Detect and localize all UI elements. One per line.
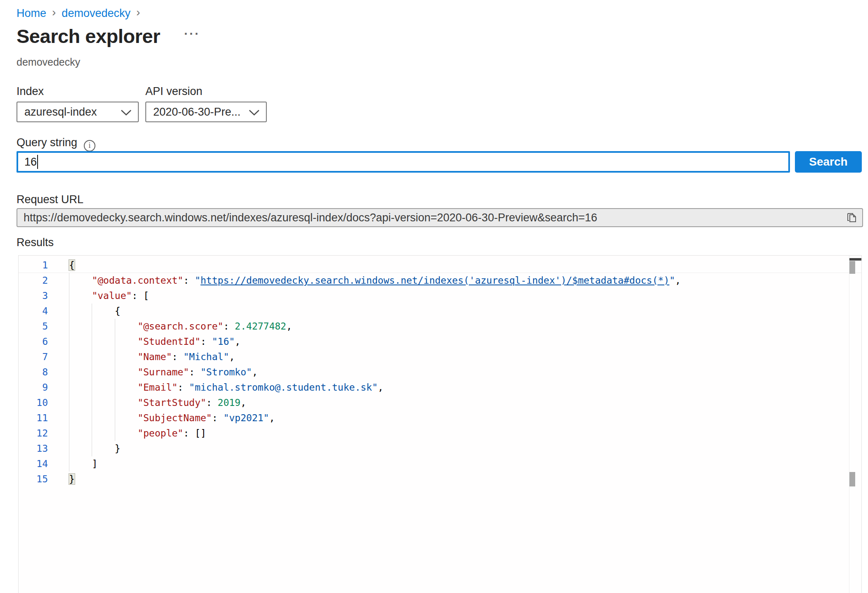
code-token — [69, 458, 92, 469]
code-token: "Email" — [138, 382, 178, 393]
chevron-down-icon — [121, 109, 132, 116]
code-text: "SubjectName": "vp2021", — [48, 410, 275, 426]
code-token: { — [115, 306, 121, 316]
code-token: "16" — [212, 336, 235, 347]
code-token: "michal.stromko@.student.tuke.sk" — [189, 382, 378, 393]
request-url-field[interactable]: https://demovedecky.search.windows.net/i… — [17, 208, 863, 227]
line-number: 2 — [19, 273, 48, 288]
query-string-label-text: Query string — [17, 136, 77, 149]
code-line[interactable]: 15} — [19, 472, 861, 487]
code-token: " — [669, 275, 675, 286]
code-text: "@search.score": 2.4277482, — [48, 319, 292, 334]
code-line[interactable]: 9 "Email": "michal.stromko@.student.tuke… — [19, 380, 861, 395]
code-token: "@search.score" — [138, 321, 223, 332]
code-token: : — [183, 275, 195, 286]
code-token: } — [69, 474, 75, 484]
query-string-input[interactable]: 16 — [17, 151, 790, 173]
code-text: "value": [ — [48, 288, 149, 304]
code-text: "StudentId": "16", — [48, 334, 240, 349]
code-line[interactable]: 7 "Name": "Michal", — [19, 349, 861, 365]
code-line[interactable]: 13 } — [19, 441, 861, 456]
code-line[interactable]: 3 "value": [ — [19, 288, 861, 304]
code-line[interactable]: 8 "Surname": "Stromko", — [19, 365, 861, 380]
code-line[interactable]: 14 ] — [19, 456, 861, 472]
code-token — [69, 321, 138, 332]
code-token: , — [252, 367, 258, 377]
code-line[interactable]: 5 "@search.score": 2.4277482, — [19, 319, 861, 334]
line-number: 15 — [19, 472, 48, 487]
code-text: { — [48, 258, 75, 273]
scrollbar-rail — [849, 256, 849, 593]
line-number: 6 — [19, 334, 48, 349]
code-text: } — [48, 441, 121, 456]
line-number: 12 — [19, 426, 48, 441]
code-line[interactable]: 11 "SubjectName": "vp2021", — [19, 410, 861, 426]
code-text: "Name": "Michal", — [48, 349, 235, 365]
line-number: 8 — [19, 365, 48, 380]
code-line[interactable]: 12 "people": [] — [19, 426, 861, 441]
page-title: Search explorer — [17, 25, 160, 47]
code-line[interactable]: 10 "StartStudy": 2019, — [19, 395, 861, 410]
overview-ruler-cursor-mark[interactable] — [849, 472, 855, 486]
breadcrumb-item-demovedecky[interactable]: demovedecky — [62, 7, 130, 20]
code-token: , — [229, 351, 235, 362]
code-line[interactable]: 2 "@odata.context": "https://demovedecky… — [19, 273, 861, 288]
code-token — [69, 443, 115, 454]
code-token — [69, 336, 138, 347]
api-version-dropdown[interactable]: 2020-06-30-Pre... — [145, 102, 267, 122]
code-token: : — [223, 321, 235, 332]
code-token: : — [172, 351, 183, 362]
code-text: "StartStudy": 2019, — [48, 395, 246, 410]
code-token: "Name" — [138, 351, 172, 362]
line-number: 10 — [19, 395, 48, 410]
code-token: ] — [92, 458, 97, 469]
more-options-button[interactable]: ··· — [184, 27, 200, 41]
request-url-label: Request URL — [17, 193, 83, 206]
copy-icon — [845, 211, 858, 224]
info-icon[interactable]: i — [84, 140, 95, 152]
query-string-value: 16 — [18, 156, 37, 168]
code-line[interactable]: 1{ — [19, 258, 861, 273]
index-dropdown-value: azuresql-index — [17, 102, 97, 121]
results-editor[interactable]: 1{2 "@odata.context": "https://demovedec… — [18, 255, 862, 593]
api-version-label: API version — [145, 85, 202, 98]
code-text: "@odata.context": "https://demovedecky.s… — [48, 273, 681, 288]
copy-button[interactable] — [845, 211, 858, 225]
line-number: 13 — [19, 441, 48, 456]
code-token: , — [269, 413, 275, 423]
line-number: 11 — [19, 410, 48, 426]
overview-ruler-mark — [849, 258, 861, 261]
results-editor-lines: 1{2 "@odata.context": "https://demovedec… — [19, 256, 861, 487]
code-token — [69, 413, 138, 423]
line-number: 1 — [19, 258, 48, 273]
code-token — [69, 428, 138, 439]
odata-context-link[interactable]: https://demovedecky.search.windows.net/i… — [201, 275, 669, 286]
code-token: "people" — [138, 428, 183, 439]
code-line[interactable]: 6 "StudentId": "16", — [19, 334, 861, 349]
code-token: 2.4277482 — [235, 321, 287, 332]
chevron-right-icon: › — [52, 6, 56, 19]
code-token — [69, 367, 138, 377]
code-token: "vp2021" — [223, 413, 269, 423]
vertical-scrollbar-thumb[interactable] — [849, 261, 855, 274]
page-subtitle: demovedecky — [17, 56, 80, 68]
code-token: : [] — [183, 428, 206, 439]
code-token — [69, 275, 92, 286]
breadcrumb-item-home[interactable]: Home — [17, 7, 46, 20]
chevron-down-icon — [249, 109, 260, 116]
code-token — [69, 382, 138, 393]
search-explorer-page: Home › demovedecky › Search explorer ···… — [0, 0, 868, 593]
code-token: , — [378, 382, 384, 393]
index-dropdown[interactable]: azuresql-index — [17, 102, 139, 122]
code-text: ] — [48, 456, 97, 472]
code-token — [69, 351, 138, 362]
search-button[interactable]: Search — [795, 151, 862, 173]
code-token: , — [675, 275, 681, 286]
api-version-dropdown-value: 2020-06-30-Pre... — [146, 102, 241, 121]
line-number: 4 — [19, 304, 48, 319]
code-line[interactable]: 4 { — [19, 304, 861, 319]
line-number: 3 — [19, 288, 48, 304]
code-token: { — [69, 260, 75, 270]
code-token: : — [201, 336, 212, 347]
code-text: "people": [] — [48, 426, 206, 441]
